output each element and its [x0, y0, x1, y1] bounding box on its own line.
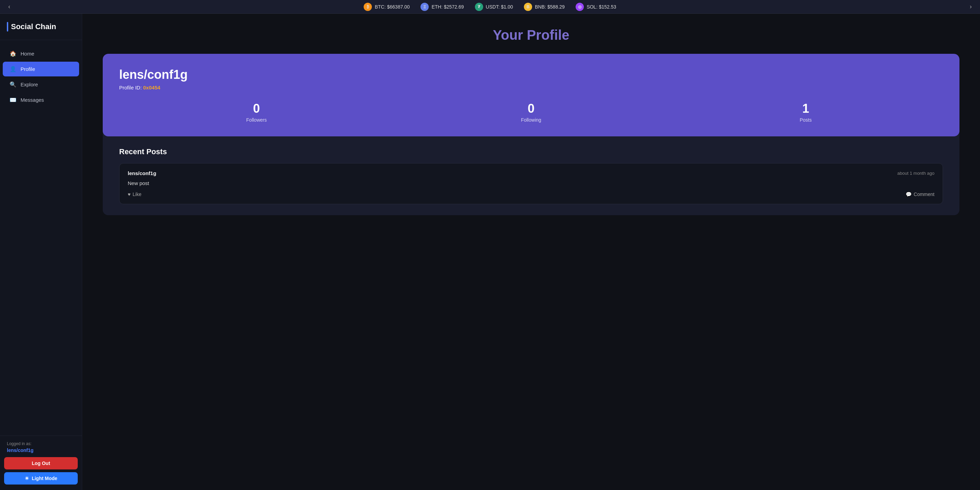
logged-in-user: lens/conf1g: [4, 447, 78, 453]
sidebar-item-profile[interactable]: 👤 Profile: [3, 62, 79, 77]
logged-in-label: Logged in as:: [4, 441, 78, 446]
sidebar-nav: 🏠 Home 👤 Profile 🔍 Explore ✉️ Messages: [0, 40, 82, 436]
stat-followers: 0 Followers: [119, 101, 394, 123]
profile-card: lens/conf1g Profile ID: 0x0454 0 Followe…: [103, 54, 959, 136]
stat-value-followers: 0: [119, 101, 394, 116]
light-mode-label: Light Mode: [32, 476, 57, 481]
light-mode-icon: ☀: [25, 476, 29, 481]
explore-nav-label: Explore: [21, 81, 38, 88]
bnb-icon: B: [524, 3, 532, 11]
post-card-0: lens/conf1g about 1 month ago New post ♥…: [119, 163, 943, 204]
eth-label: ETH: $2572.69: [431, 4, 464, 10]
app-logo: Social Chain: [0, 14, 82, 40]
comment-label-0: Comment: [913, 192, 934, 197]
explore-nav-icon: 🔍: [10, 81, 16, 88]
sidebar: Social Chain 🏠 Home 👤 Profile 🔍 Explore …: [0, 14, 82, 490]
profile-nav-label: Profile: [21, 66, 35, 72]
eth-icon: Ξ: [420, 3, 429, 11]
comment-icon-0: 💬: [906, 192, 912, 197]
ticker-item-sol: ◎ SOL: $152.53: [576, 3, 616, 11]
ticker-item-eth: Ξ ETH: $2572.69: [420, 3, 464, 11]
ticker-bar: ‹ ₿ BTC: $66387.00 Ξ ETH: $2572.69 ₮ USD…: [0, 0, 980, 14]
like-button-0[interactable]: ♥ Like: [128, 192, 142, 197]
profile-id-label: Profile ID:: [119, 85, 142, 91]
ticker-prev-button[interactable]: ‹: [5, 3, 13, 10]
sol-label: SOL: $152.53: [587, 4, 616, 10]
btc-label: BTC: $66387.00: [375, 4, 409, 10]
post-author-0: lens/conf1g: [128, 170, 156, 176]
post-content-0: New post: [128, 180, 934, 186]
messages-nav-label: Messages: [21, 97, 44, 103]
home-nav-icon: 🏠: [10, 50, 16, 57]
usdt-icon: ₮: [475, 3, 483, 11]
post-time-0: about 1 month ago: [897, 171, 934, 176]
comment-button-0[interactable]: 💬 Comment: [906, 192, 934, 197]
logout-button[interactable]: Log Out: [4, 457, 78, 469]
app-name: Social Chain: [11, 22, 56, 31]
stat-label-following: Following: [394, 117, 668, 123]
bnb-label: BNB: $588.29: [535, 4, 565, 10]
profile-id-row: Profile ID: 0x0454: [119, 85, 943, 91]
ticker-item-usdt: ₮ USDT: $1.00: [475, 3, 513, 11]
sidebar-item-explore[interactable]: 🔍 Explore: [3, 77, 79, 92]
profile-id-value: 0x0454: [143, 85, 160, 91]
page-title: Your Profile: [103, 27, 959, 43]
recent-posts-title: Recent Posts: [119, 147, 943, 156]
ticker-item-btc: ₿ BTC: $66387.00: [364, 3, 409, 11]
post-actions-0: ♥ Like 💬 Comment: [128, 192, 934, 197]
light-mode-button[interactable]: ☀ Light Mode: [4, 472, 78, 485]
stat-label-followers: Followers: [119, 117, 394, 123]
profile-username: lens/conf1g: [119, 67, 943, 82]
ticker-items: ₿ BTC: $66387.00 Ξ ETH: $2572.69 ₮ USDT:…: [13, 3, 967, 11]
sidebar-footer: Logged in as: lens/conf1g Log Out ☀ Ligh…: [0, 436, 82, 490]
logo-bar: [7, 22, 8, 32]
like-icon-0: ♥: [128, 192, 130, 197]
ticker-next-button[interactable]: ›: [967, 3, 975, 10]
recent-posts-section: Recent Posts lens/conf1g about 1 month a…: [103, 136, 959, 215]
home-nav-label: Home: [21, 51, 34, 56]
ticker-item-bnb: B BNB: $588.29: [524, 3, 565, 11]
stat-value-posts: 1: [668, 101, 943, 116]
messages-nav-icon: ✉️: [10, 97, 16, 103]
profile-stats: 0 Followers 0 Following 1 Posts: [119, 101, 943, 123]
usdt-label: USDT: $1.00: [486, 4, 513, 10]
stat-posts: 1 Posts: [668, 101, 943, 123]
main-content: Your Profile lens/conf1g Profile ID: 0x0…: [82, 14, 980, 490]
btc-icon: ₿: [364, 3, 372, 11]
post-header-0: lens/conf1g about 1 month ago: [128, 170, 934, 176]
sidebar-item-home[interactable]: 🏠 Home: [3, 46, 79, 61]
sol-icon: ◎: [576, 3, 584, 11]
stat-following: 0 Following: [394, 101, 668, 123]
like-label-0: Like: [132, 192, 142, 197]
profile-nav-icon: 👤: [10, 66, 16, 72]
sidebar-item-messages[interactable]: ✉️ Messages: [3, 93, 79, 107]
posts-list: lens/conf1g about 1 month ago New post ♥…: [119, 163, 943, 204]
profile-outer-card: lens/conf1g Profile ID: 0x0454 0 Followe…: [103, 54, 959, 215]
stat-value-following: 0: [394, 101, 668, 116]
stat-label-posts: Posts: [668, 117, 943, 123]
